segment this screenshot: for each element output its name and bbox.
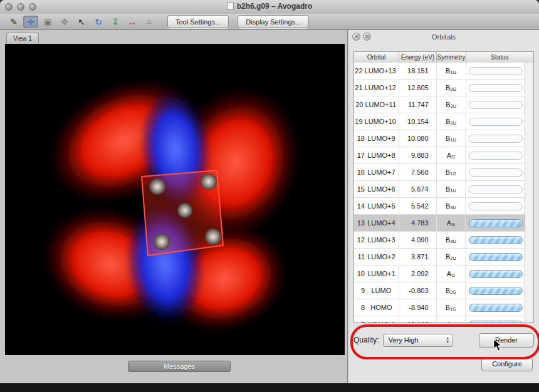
orbital-row[interactable]: 16LUMO+77.568B1G	[354, 164, 525, 181]
draw-tool-icon[interactable]: ✎	[6, 16, 21, 28]
orbital-label: HOMO	[367, 304, 399, 311]
selection-tool-icon[interactable]: ↖	[74, 16, 89, 28]
symmetry-value: B2G	[437, 282, 466, 299]
energy-value: 11.747	[399, 96, 437, 113]
status-progress-bar	[469, 67, 523, 75]
status-progress-bar	[469, 321, 523, 323]
orbital-row[interactable]: 11LUMO+23.871B2U	[354, 249, 525, 266]
measure-tool-icon[interactable]: ↔	[125, 16, 140, 28]
orbital-row[interactable]: 21LUMO+1212.605B2G	[354, 80, 525, 96]
auto-optimize-tool-icon[interactable]: ↧	[108, 16, 123, 28]
orbital-label: LUMO+12	[365, 84, 399, 91]
energy-value: 5.542	[399, 198, 437, 214]
energy-value: 10.080	[399, 130, 437, 147]
energy-value: 5.674	[399, 181, 437, 197]
column-header-symmetry[interactable]: Symmetry	[437, 52, 466, 63]
status-progress-bar	[469, 152, 523, 160]
row-number: 17	[354, 152, 365, 159]
panel-divider	[347, 30, 348, 383]
column-header-status[interactable]: Status	[466, 52, 533, 63]
tool-icons: ✎✛▣✥↖↻↧↔≡	[6, 16, 159, 28]
dropdown-stepper-icon: ▲▼	[443, 336, 453, 344]
orbital-row[interactable]: 18LUMO+910.080B1U	[354, 130, 525, 147]
status-progress-bar	[469, 118, 523, 126]
quality-dropdown[interactable]: Very High ▲▼	[383, 334, 453, 347]
energy-value: 4.783	[399, 215, 437, 231]
row-number: 7	[354, 321, 365, 322]
row-number: 10	[354, 270, 365, 277]
symmetry-value: AG	[437, 266, 466, 282]
symmetry-value: B2G	[437, 80, 466, 96]
orbital-isosurface-render	[5, 44, 345, 355]
molecule-viewport[interactable]	[5, 44, 345, 355]
manipulate-tool-icon[interactable]: ✥	[57, 16, 72, 28]
status-progress-bar	[469, 84, 523, 92]
row-number: 12	[354, 236, 365, 244]
orbitals-table: Orbital Energy (eV) Symmetry Status 22LU…	[353, 51, 534, 323]
row-number: 14	[354, 202, 365, 210]
auto-rotate-tool-icon[interactable]: ↻	[91, 16, 106, 28]
energy-value: -10.160	[399, 316, 437, 322]
energy-value: 3.871	[399, 249, 437, 265]
table-scrollbar[interactable]	[525, 63, 533, 322]
display-settings-button[interactable]: Display Settings...	[238, 15, 309, 28]
orbital-row[interactable]: 22LUMO+1318.151B1G	[354, 63, 525, 80]
orbital-label: LUMO+5	[367, 202, 399, 210]
symmetry-value: B3U	[437, 232, 466, 248]
row-number: 9	[354, 287, 365, 294]
symmetry-value: B3U	[437, 198, 466, 214]
orbital-row[interactable]: 8HOMO-8.940B1G	[354, 299, 525, 316]
align-tool-icon[interactable]: ≡	[142, 16, 157, 28]
status-progress-bar	[469, 304, 523, 312]
view-tab[interactable]: View 1	[6, 33, 39, 44]
tool-settings-button[interactable]: Tool Settings...	[167, 15, 229, 28]
symmetry-value: B1G	[437, 299, 466, 316]
orbitals-table-header: Orbital Energy (eV) Symmetry Status	[354, 52, 533, 63]
energy-value: 7.568	[399, 164, 437, 180]
status-progress-bar	[469, 253, 523, 261]
panel-title: Orbitals	[348, 33, 539, 41]
column-header-orbital[interactable]: Orbital	[354, 52, 399, 63]
bond-centric-tool-icon[interactable]: ▣	[40, 16, 55, 28]
navigate-tool-icon[interactable]: ✛	[23, 16, 38, 28]
symmetry-value: B3U	[437, 96, 466, 113]
status-progress-bar	[469, 202, 523, 210]
render-button[interactable]: Render	[479, 333, 534, 348]
orbital-row[interactable]: 17LUMO+89.883AG	[354, 147, 525, 164]
messages-drawer-button[interactable]: Messages	[128, 361, 231, 372]
orbital-row[interactable]: 15LUMO+65.674B1U	[354, 181, 525, 198]
orbital-row[interactable]: 7HOMO-1-10.160AG	[354, 316, 525, 322]
symmetry-value: B1U	[437, 130, 466, 147]
row-number: 19	[354, 118, 363, 125]
symmetry-value: B1G	[437, 164, 466, 180]
energy-value: 12.605	[399, 80, 437, 96]
status-progress-bar	[469, 101, 523, 109]
row-number: 20	[354, 101, 363, 108]
main-toolbar: ✎✛▣✥↖↻↧↔≡ Tool Settings... Display Setti…	[0, 14, 539, 30]
orbital-row[interactable]: 20LUMO+1111.747B3U	[354, 96, 525, 113]
orbital-row[interactable]: 12LUMO+34.090B3U	[354, 232, 525, 249]
orbital-table-body: 22LUMO+1318.151B1G21LUMO+1212.605B2G20LU…	[354, 63, 525, 322]
orbital-row[interactable]: 9LUMO-0.803B2G	[354, 282, 525, 299]
column-header-energy[interactable]: Energy (eV)	[399, 52, 437, 63]
window-title: b2h6.g09 – Avogadro	[0, 2, 539, 11]
configure-button[interactable]: Configure	[481, 358, 533, 371]
orbital-label: LUMO+2	[367, 253, 399, 260]
orbital-row[interactable]: 19LUMO+1010.154B2U	[354, 113, 525, 130]
status-progress-bar	[469, 219, 523, 227]
energy-value: -8.940	[399, 299, 437, 316]
orbital-label: LUMO+7	[367, 168, 399, 176]
orbital-row[interactable]: 14LUMO+55.542B3U	[354, 198, 525, 215]
orbital-row[interactable]: 10LUMO+12.092AG	[354, 266, 525, 282]
quality-row: Quality: Very High ▲▼ Render	[353, 332, 534, 348]
orbital-label: LUMO+8	[367, 152, 399, 159]
energy-value: 18.151	[399, 63, 437, 79]
row-number: 16	[354, 168, 365, 176]
symmetry-value: B1G	[437, 63, 466, 79]
app-window: b2h6.g09 – Avogadro ✎✛▣✥↖↻↧↔≡ Tool Setti…	[0, 0, 539, 392]
title-bar: b2h6.g09 – Avogadro	[0, 0, 539, 14]
orbital-row[interactable]: 13LUMO+44.783AG	[354, 215, 525, 232]
energy-value: -0.803	[399, 282, 437, 299]
orbital-label: LUMO+3	[367, 236, 399, 244]
row-number: 22	[354, 67, 363, 75]
